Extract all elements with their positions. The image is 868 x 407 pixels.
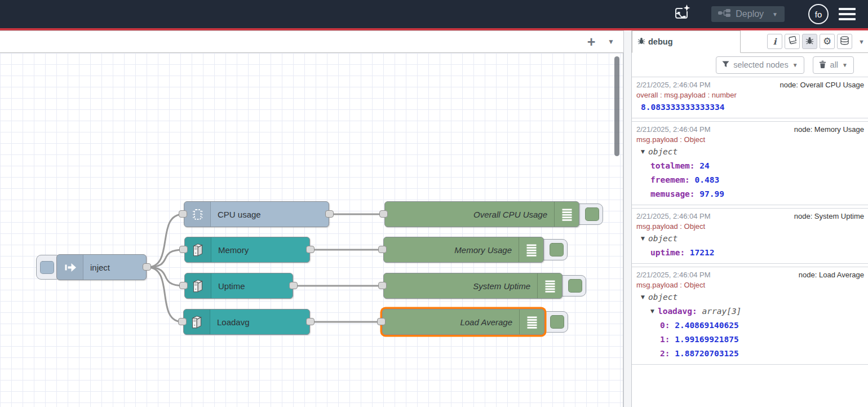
flow-node-load-average[interactable]: Load Average <box>382 309 544 335</box>
message-value-row: totalmem: 24 <box>636 159 864 173</box>
sidebar-splitter[interactable] <box>623 30 632 407</box>
node-label: Load Average <box>460 309 512 334</box>
trash-icon <box>819 60 826 70</box>
message-source-node[interactable]: node: Memory Usage <box>794 125 864 135</box>
bug-icon <box>805 36 814 47</box>
message-source-node[interactable]: node: Overall CPU Usage <box>780 80 864 90</box>
node-label: System Uptime <box>473 273 530 298</box>
value-segment-number: 2.40869140625 <box>675 321 739 330</box>
input-port[interactable] <box>379 210 388 218</box>
value-segment-type: object <box>648 293 677 302</box>
value-segment-number: 1.99169921875 <box>675 335 739 344</box>
value-segment-key: totalmem: <box>650 161 699 170</box>
value-segment-key: 1: <box>660 335 675 344</box>
ai-assistant-button[interactable] <box>672 4 691 24</box>
expand-caret-icon[interactable]: ▼ <box>650 308 654 314</box>
message-value-row: ▼object <box>636 290 864 304</box>
message-property-path: overall : msg.payload : number <box>636 90 864 100</box>
add-flow-button[interactable]: + <box>583 31 600 52</box>
filter-nodes-dropdown[interactable]: selected nodes ▼ <box>716 56 804 74</box>
help-tab-button[interactable] <box>785 34 800 49</box>
deploy-button[interactable]: Deploy ▼ <box>711 6 785 22</box>
debug-console-icon <box>554 202 579 227</box>
message-value-row: 2: 1.88720703125 <box>636 347 864 361</box>
tab-debug-label: debug <box>648 37 673 46</box>
value-segment-number: 97.99 <box>699 189 724 198</box>
message-meta: 2/21/2025, 2:46:04 PM node: Memory Usage <box>636 125 864 135</box>
clear-caret-icon: ▼ <box>842 62 848 68</box>
flow-node-cpu-usage[interactable]: CPU usage <box>184 201 329 227</box>
output-port[interactable] <box>325 210 334 218</box>
node-label: inject <box>90 255 110 280</box>
book-icon <box>788 36 797 47</box>
input-port[interactable] <box>179 210 187 218</box>
bug-icon <box>637 37 645 47</box>
node-label: Uptime <box>218 273 245 298</box>
context-tab-button[interactable] <box>837 34 852 49</box>
debug-toggle-inner <box>585 207 599 221</box>
input-port[interactable] <box>178 318 187 325</box>
expand-caret-icon[interactable]: ▼ <box>641 294 645 300</box>
flow-list-caret-icon[interactable]: ▼ <box>603 31 619 52</box>
output-port[interactable] <box>306 318 315 325</box>
expand-caret-icon[interactable]: ▼ <box>641 236 645 241</box>
canvas-scrollbar[interactable] <box>614 56 619 156</box>
debug-toggle-inner <box>550 315 564 329</box>
funnel-icon <box>722 60 729 69</box>
input-port[interactable] <box>377 318 386 325</box>
value-segment-number: 1.88720703125 <box>675 349 739 358</box>
debug-console-icon <box>519 309 544 334</box>
cpu-chip-icon <box>184 202 211 227</box>
expand-caret-icon[interactable]: ▼ <box>641 149 645 154</box>
input-port[interactable] <box>179 246 188 253</box>
flow-node-uptime[interactable]: Uptime <box>184 273 293 299</box>
value-segment-type: object <box>648 147 677 156</box>
sidebar-menu-caret-icon[interactable]: ▼ <box>858 38 865 45</box>
message-timestamp: 2/21/2025, 2:46:04 PM <box>636 125 711 135</box>
value-segment-number: 8.083333333333334 <box>641 103 724 112</box>
flow-node-memory[interactable]: Memory <box>184 237 310 263</box>
input-port[interactable] <box>378 246 387 253</box>
message-timestamp: 2/21/2025, 2:46:04 PM <box>636 80 711 90</box>
database-icon <box>840 36 849 47</box>
input-port[interactable] <box>179 282 188 289</box>
server-tower-icon <box>185 273 211 298</box>
wire[interactable] <box>147 250 184 267</box>
flow-node-overall-cpu-usage[interactable]: Overall CPU Usage <box>384 201 579 227</box>
value-segment-number: 0.483 <box>695 175 720 184</box>
debug-tab-button[interactable] <box>802 34 817 49</box>
node-label: CPU usage <box>218 202 261 227</box>
debug-message: 2/21/2025, 2:46:04 PM node: System Uptim… <box>632 208 868 264</box>
flow-node-system-uptime[interactable]: System Uptime <box>383 273 563 299</box>
flow-node-loadavg[interactable]: Loadavg <box>183 309 310 335</box>
value-segment-number: 24 <box>699 161 709 170</box>
message-source-node[interactable]: node: Load Average <box>799 270 864 280</box>
value-segment-key: uptime: <box>650 248 690 257</box>
info-tab-button[interactable]: i <box>767 34 782 49</box>
user-avatar[interactable]: fo <box>808 4 829 24</box>
flow-node-memory-usage[interactable]: Memory Usage <box>383 237 544 263</box>
output-port[interactable] <box>289 282 298 289</box>
wire[interactable] <box>147 267 184 286</box>
value-segment-key: loadavg: <box>658 307 702 316</box>
deploy-label: Deploy <box>736 9 764 19</box>
input-port[interactable] <box>378 282 387 289</box>
clear-messages-dropdown[interactable]: all ▼ <box>813 56 854 74</box>
debug-sidebar: debug i ⚙ ▼ <box>632 30 868 407</box>
server-tower-icon <box>185 237 211 262</box>
flow-node-inject[interactable]: inject <box>56 254 147 280</box>
node-label: Overall CPU Usage <box>473 202 547 227</box>
message-value-row: freemem: 0.483 <box>636 173 864 187</box>
main-menu-button[interactable] <box>839 8 856 20</box>
message-source-node[interactable]: node: System Uptime <box>794 211 864 222</box>
tab-debug[interactable]: debug <box>632 30 741 53</box>
flow-canvas[interactable]: injectCPU usageMemoryUptimeLoadavgOveral… <box>0 53 623 407</box>
clear-label: all <box>830 60 839 69</box>
info-icon: i <box>773 37 777 47</box>
config-tab-button[interactable]: ⚙ <box>820 34 835 49</box>
output-port[interactable] <box>143 263 151 271</box>
debug-message: 2/21/2025, 2:46:04 PM node: Memory Usage… <box>632 121 868 205</box>
output-port[interactable] <box>306 246 315 253</box>
message-value-row: 0: 2.40869140625 <box>636 318 864 333</box>
deploy-options-caret-icon[interactable]: ▼ <box>772 11 778 17</box>
